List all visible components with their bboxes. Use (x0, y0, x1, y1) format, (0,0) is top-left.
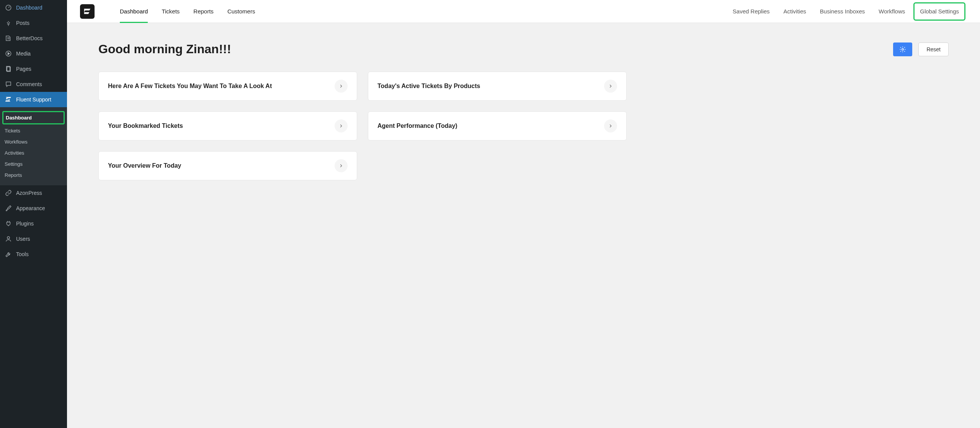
nav-label: Reports (193, 8, 214, 15)
dashboard-cards: Here Are A Few Tickets You May Want To T… (98, 72, 627, 180)
nav-saved-replies[interactable]: Saved Replies (726, 0, 777, 23)
sidebar-item-label: Fluent Support (16, 96, 51, 103)
svg-point-5 (7, 237, 10, 239)
card-few-tickets[interactable]: Here Are A Few Tickets You May Want To T… (98, 72, 357, 101)
sidebar-item-tools[interactable]: Tools (0, 247, 67, 262)
sidebar-item-azonpress[interactable]: AzonPress (0, 185, 67, 201)
card-title: Agent Performance (Today) (377, 123, 457, 129)
sidebar-item-dashboard[interactable]: Dashboard (0, 0, 67, 15)
nav-dashboard[interactable]: Dashboard (113, 0, 155, 23)
sidebar-item-label: AzonPress (16, 190, 42, 196)
sidebar-item-users[interactable]: Users (0, 231, 67, 247)
nav-label: Customers (227, 8, 255, 15)
media-icon (5, 50, 12, 57)
svg-point-6 (902, 48, 904, 50)
sidebar-item-label: Media (16, 51, 31, 57)
nav-label: Dashboard (120, 8, 148, 15)
comment-icon (5, 80, 12, 88)
sidebar-item-fluent-support[interactable]: Fluent Support (0, 92, 67, 107)
nav-activities[interactable]: Activities (777, 0, 813, 23)
submenu-item-label: Workflows (5, 139, 28, 145)
sidebar-item-label: Posts (16, 20, 29, 26)
sidebar-item-label: Dashboard (16, 5, 42, 11)
chevron-right-icon (335, 119, 348, 132)
main-area: Dashboard Tickets Reports Customers Save… (67, 0, 980, 428)
admin-sidebar: Dashboard Posts BetterDocs Media Pages C… (0, 0, 67, 428)
app-logo[interactable] (80, 4, 95, 19)
chevron-right-icon (604, 80, 617, 93)
plug-icon (5, 220, 12, 227)
sidebar-item-label: Plugins (16, 221, 34, 227)
wrench-icon (5, 250, 12, 258)
sidebar-submenu: Dashboard Tickets Workflows Activities S… (0, 107, 67, 185)
nav-business-inboxes[interactable]: Business Inboxes (813, 0, 872, 23)
sidebar-item-label: Appearance (16, 205, 45, 211)
sidebar-item-appearance[interactable]: Appearance (0, 201, 67, 216)
nav-label: Activities (784, 8, 806, 15)
submenu-item-dashboard[interactable]: Dashboard (2, 111, 65, 124)
nav-primary: Dashboard Tickets Reports Customers (113, 0, 262, 23)
submenu-item-workflows[interactable]: Workflows (0, 136, 67, 147)
chevron-right-icon (335, 80, 348, 93)
chevron-right-icon (335, 159, 348, 172)
sidebar-item-label: Users (16, 236, 30, 242)
card-title: Your Bookmarked Tickets (108, 123, 183, 129)
card-bookmarked-tickets[interactable]: Your Bookmarked Tickets (98, 111, 357, 140)
nav-label: Business Inboxes (820, 8, 865, 15)
nav-customers[interactable]: Customers (220, 0, 262, 23)
heading-row: Good morning Zinan!!! Reset (98, 42, 949, 56)
submenu-item-activities[interactable]: Activities (0, 147, 67, 158)
sidebar-item-label: Tools (16, 251, 29, 257)
card-overview-today[interactable]: Your Overview For Today (98, 151, 357, 180)
topbar: Dashboard Tickets Reports Customers Save… (67, 0, 980, 23)
content-area: Good morning Zinan!!! Reset Here Are A F… (67, 23, 980, 199)
nav-tickets[interactable]: Tickets (155, 0, 186, 23)
support-icon (5, 96, 12, 103)
submenu-item-tickets[interactable]: Tickets (0, 125, 67, 136)
sidebar-item-label: BetterDocs (16, 35, 42, 41)
submenu-item-label: Dashboard (6, 115, 32, 121)
sidebar-item-media[interactable]: Media (0, 46, 67, 61)
nav-global-settings[interactable]: Global Settings (913, 2, 965, 21)
brush-icon (5, 204, 12, 212)
page-title: Good morning Zinan!!! (98, 42, 231, 56)
chevron-right-icon (604, 119, 617, 132)
nav-label: Workflows (879, 8, 905, 15)
heading-actions: Reset (893, 42, 949, 56)
sidebar-item-betterdocs[interactable]: BetterDocs (0, 31, 67, 46)
sidebar-item-posts[interactable]: Posts (0, 15, 67, 31)
sidebar-item-label: Comments (16, 81, 42, 87)
submenu-item-reports[interactable]: Reports (0, 170, 67, 181)
nav-reports[interactable]: Reports (186, 0, 220, 23)
card-title: Your Overview For Today (108, 162, 181, 169)
nav-secondary: Saved Replies Activities Business Inboxe… (726, 0, 967, 23)
user-icon (5, 235, 12, 243)
gauge-icon (5, 4, 12, 11)
nav-label: Saved Replies (733, 8, 770, 15)
card-title: Here Are A Few Tickets You May Want To T… (108, 83, 272, 90)
card-agent-performance[interactable]: Agent Performance (Today) (368, 111, 627, 140)
gear-icon (899, 46, 906, 53)
card-active-tickets[interactable]: Today's Active Tickets By Products (368, 72, 627, 101)
submenu-item-label: Activities (5, 150, 24, 156)
reset-button-label: Reset (926, 46, 941, 52)
submenu-item-label: Tickets (5, 128, 20, 134)
sidebar-item-plugins[interactable]: Plugins (0, 216, 67, 231)
nav-label: Global Settings (920, 8, 959, 15)
nav-workflows[interactable]: Workflows (872, 0, 912, 23)
submenu-item-settings[interactable]: Settings (0, 158, 67, 170)
sidebar-item-label: Pages (16, 66, 31, 72)
link-icon (5, 189, 12, 197)
submenu-item-label: Settings (5, 161, 23, 167)
sidebar-item-pages[interactable]: Pages (0, 61, 67, 77)
submenu-item-label: Reports (5, 172, 22, 178)
settings-button[interactable] (893, 42, 912, 56)
reset-button[interactable]: Reset (918, 42, 949, 56)
sidebar-item-comments[interactable]: Comments (0, 77, 67, 92)
docs-icon (5, 34, 12, 42)
page-icon (5, 65, 12, 73)
pin-icon (5, 19, 12, 27)
card-title: Today's Active Tickets By Products (377, 83, 480, 90)
nav-label: Tickets (162, 8, 180, 15)
